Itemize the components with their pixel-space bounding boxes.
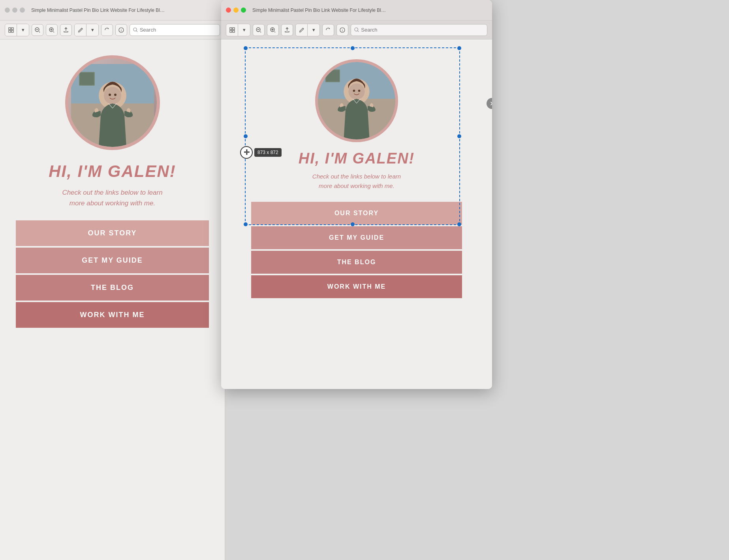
left-markup-dropdown[interactable]: ▾ [86, 24, 98, 36]
svg-rect-18 [80, 73, 94, 85]
svg-line-10 [53, 32, 54, 32]
right-markup-group[interactable]: ▾ [295, 24, 320, 36]
svg-rect-25 [230, 30, 232, 32]
move-cursor-indicator: ✛ 873 x 872 [240, 146, 282, 159]
right-info-btn[interactable]: i [336, 24, 348, 36]
left-share-btn[interactable] [60, 24, 72, 36]
search-icon-right [354, 27, 359, 32]
crosshair-cursor: ✛ [240, 146, 253, 159]
right-view-toggle[interactable]: ▾ [226, 24, 250, 36]
right-minimize-button[interactable] [233, 8, 239, 13]
left-markup-btn[interactable] [75, 24, 86, 36]
right-search-input[interactable] [361, 27, 484, 33]
svg-rect-24 [233, 28, 235, 30]
left-our-story-btn[interactable]: OUR STORY [16, 220, 209, 246]
left-info-btn[interactable]: i [115, 24, 127, 36]
left-search-input[interactable] [140, 27, 216, 33]
left-get-my-guide-btn[interactable]: GET MY GUIDE [16, 248, 209, 273]
left-window: Simple Minimalist Pastel Pin Bio Link We… [0, 0, 225, 560]
right-work-with-me-btn[interactable]: WORK WITH ME [251, 275, 462, 298]
right-share-btn[interactable] [281, 24, 293, 36]
handle-top-left[interactable] [244, 46, 248, 50]
handle-middle-right[interactable] [457, 134, 461, 138]
svg-rect-26 [233, 30, 235, 32]
right-toolbar: ▾ ▾ i [221, 21, 492, 39]
right-subtext: Check out the links below to learnmore a… [312, 172, 401, 191]
handle-top-right[interactable] [457, 46, 461, 50]
svg-point-36 [355, 28, 358, 31]
svg-rect-1 [11, 28, 13, 30]
right-the-blog-btn[interactable]: THE BLOG [251, 251, 462, 274]
right-zoom-in-btn[interactable] [267, 24, 279, 36]
svg-rect-3 [11, 30, 13, 32]
handle-bottom-left[interactable] [244, 222, 248, 226]
svg-point-13 [133, 28, 137, 31]
left-maximize-button[interactable] [20, 8, 25, 13]
left-heading: HI, I'M GALEN! [49, 162, 176, 181]
right-maximize-button[interactable] [241, 8, 246, 13]
left-button-list: OUR STORY GET MY GUIDE THE BLOG WORK WIT… [16, 220, 209, 328]
svg-point-20 [104, 87, 121, 104]
svg-rect-23 [230, 28, 232, 30]
svg-point-45 [358, 90, 361, 92]
svg-text:i: i [342, 28, 343, 32]
left-close-button[interactable] [5, 8, 10, 13]
svg-text:i: i [121, 28, 122, 32]
left-zoom-out-btn[interactable] [32, 24, 43, 36]
right-view-dropdown[interactable]: ▾ [238, 24, 250, 36]
left-zoom-in-btn[interactable] [46, 24, 58, 36]
left-work-with-me-btn[interactable]: WORK WITH ME [16, 302, 209, 328]
svg-rect-41 [326, 70, 340, 82]
handle-top-middle[interactable] [351, 46, 355, 50]
left-rotate-btn[interactable] [101, 24, 113, 36]
svg-rect-0 [9, 28, 11, 30]
right-get-my-guide-btn[interactable]: GET MY GUIDE [251, 226, 462, 249]
svg-point-43 [348, 83, 364, 100]
svg-rect-2 [9, 30, 11, 32]
right-traffic-lights [226, 8, 246, 13]
left-page-content: HI, I'M GALEN! Check out the links below… [0, 39, 225, 560]
svg-line-14 [136, 31, 137, 32]
left-avatar-inner [68, 58, 157, 147]
right-zoom-out-btn[interactable] [253, 24, 265, 36]
left-toolbar: ▾ ▾ i [0, 21, 225, 39]
left-person-illustration [71, 64, 154, 147]
left-markup-group[interactable]: ▾ [74, 24, 99, 36]
right-page-content: ✛ 873 x 872 [221, 39, 492, 389]
svg-point-22 [114, 94, 116, 96]
svg-line-29 [260, 32, 261, 32]
dimension-tooltip: 873 x 872 [254, 148, 282, 157]
right-avatar [315, 59, 398, 142]
handle-middle-left[interactable] [244, 134, 248, 138]
left-view-btn-1[interactable] [5, 24, 17, 36]
left-avatar [65, 55, 160, 150]
right-markup-btn[interactable] [296, 24, 308, 36]
right-close-button[interactable] [226, 8, 231, 13]
right-titlebar: Simple Minimalist Pastel Pin Bio Link We… [221, 0, 492, 21]
right-window-title: Simple Minimalist Pastel Pin Bio Link We… [252, 8, 387, 13]
left-subtext: Check out the links below to learnmore a… [62, 187, 162, 209]
right-window: Simple Minimalist Pastel Pin Bio Link We… [221, 0, 492, 389]
left-view-toggle[interactable]: ▾ [5, 24, 29, 36]
svg-point-21 [109, 94, 111, 96]
left-window-title: Simple Minimalist Pastel Pin Bio Link We… [31, 8, 165, 13]
right-person-illustration [318, 62, 395, 139]
left-traffic-lights [5, 8, 25, 13]
svg-line-37 [358, 31, 359, 32]
svg-line-6 [39, 32, 40, 32]
left-view-btn-2[interactable]: ▾ [17, 24, 29, 36]
right-heading: HI, I'M GALEN! [299, 150, 415, 167]
svg-point-44 [353, 90, 355, 92]
right-markup-dropdown[interactable]: ▾ [308, 24, 319, 36]
right-our-story-btn[interactable]: OUR STORY [251, 202, 462, 225]
right-search-bar[interactable] [351, 24, 487, 36]
left-the-blog-btn[interactable]: THE BLOG [16, 275, 209, 301]
right-view-btn-1[interactable] [226, 24, 238, 36]
right-button-list: OUR STORY GET MY GUIDE THE BLOG WORK WIT… [251, 202, 462, 298]
left-search-bar[interactable] [130, 24, 220, 36]
search-icon-left [133, 27, 138, 32]
right-avatar-inner [318, 62, 395, 139]
svg-line-33 [274, 32, 275, 32]
right-rotate-btn[interactable] [322, 24, 334, 36]
left-minimize-button[interactable] [12, 8, 17, 13]
